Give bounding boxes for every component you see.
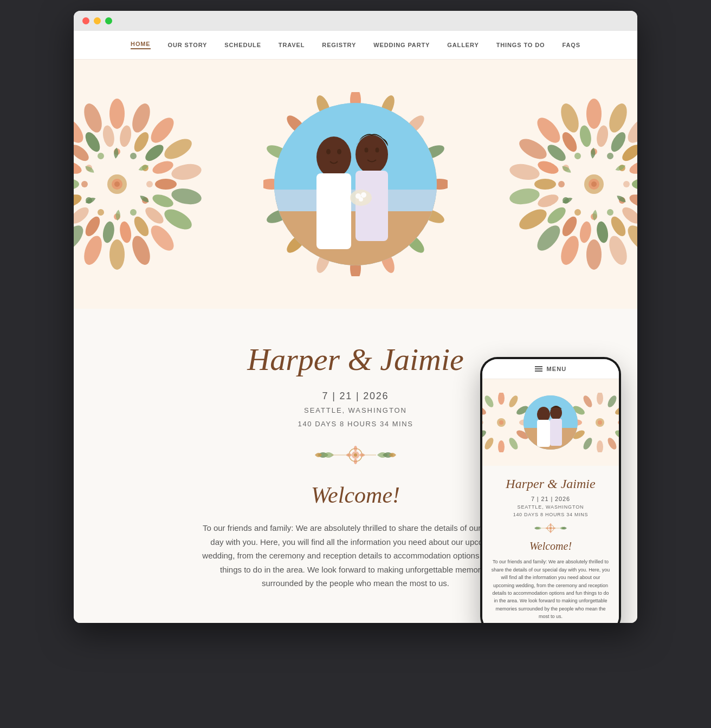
nav-wedding-party[interactable]: WEDDING PARTY: [373, 42, 430, 48]
svg-point-120: [632, 179, 637, 190]
svg-point-1: [129, 101, 153, 135]
svg-point-39: [146, 181, 153, 187]
mobile-screen: MENU: [482, 359, 619, 622]
svg-point-23: [151, 192, 174, 210]
svg-point-5: [170, 186, 203, 206]
maximize-button[interactable]: [105, 17, 112, 24]
svg-point-180: [614, 405, 619, 417]
menu-line: [535, 368, 542, 369]
mobile-welcome-title: Welcome!: [491, 540, 610, 552]
mobile-welcome-text: To our friends and family: We are absolu…: [491, 558, 610, 620]
svg-point-166: [482, 429, 487, 441]
svg-point-159: [507, 394, 519, 409]
svg-point-37: [129, 152, 138, 160]
welcome-text: To our friends and family: We are absolu…: [198, 521, 513, 590]
svg-point-50: [114, 181, 120, 187]
svg-point-165: [483, 437, 495, 451]
mobile-device: MENU: [480, 357, 621, 622]
mobile-hero: [482, 379, 619, 466]
nav-registry[interactable]: REGISTRY: [322, 42, 356, 48]
svg-point-148: [591, 181, 597, 187]
svg-point-181: [618, 419, 619, 426]
svg-point-43: [96, 208, 105, 217]
svg-point-130: [536, 159, 560, 176]
svg-point-47: [96, 152, 105, 160]
svg-point-21: [151, 159, 174, 176]
svg-point-8: [129, 233, 153, 267]
nav-travel[interactable]: TRAVEL: [279, 42, 305, 48]
hero-section: [74, 60, 637, 309]
svg-point-167: [482, 419, 483, 426]
hamburger-icon[interactable]: [535, 366, 542, 372]
svg-point-132: [559, 130, 579, 154]
svg-point-135: [606, 152, 615, 160]
svg-point-6: [161, 205, 195, 233]
svg-point-3: [161, 135, 195, 163]
svg-point-178: [597, 393, 603, 405]
svg-point-93: [376, 148, 379, 153]
nav-things-to-do[interactable]: THINGS TO DO: [496, 42, 545, 48]
svg-point-90: [355, 135, 388, 174]
ornament-divider: [312, 444, 399, 466]
svg-point-124: [595, 220, 610, 244]
svg-point-183: [606, 437, 618, 451]
svg-point-145: [573, 152, 582, 160]
svg-point-31: [74, 179, 79, 190]
svg-point-143: [558, 181, 565, 187]
nav-home[interactable]: HOME: [131, 41, 151, 49]
mobile-hero-photo: [523, 395, 578, 450]
svg-point-17: [81, 101, 105, 135]
svg-rect-87: [316, 173, 351, 249]
svg-point-191: [598, 420, 602, 425]
svg-point-96: [361, 192, 366, 198]
svg-point-163: [507, 437, 519, 451]
svg-point-97: [359, 197, 363, 202]
svg-point-0: [109, 99, 125, 129]
nav-faqs[interactable]: FAQS: [562, 42, 580, 48]
browser-window: HOME OUR STORY SCHEDULE TRAVEL REGISTRY …: [74, 11, 637, 623]
svg-point-107: [586, 239, 602, 270]
svg-point-110: [516, 205, 550, 233]
svg-point-137: [623, 181, 630, 187]
svg-point-123: [608, 214, 628, 239]
svg-point-117: [608, 130, 628, 154]
svg-point-108: [558, 233, 582, 267]
nav-schedule[interactable]: SCHEDULE: [224, 42, 261, 48]
main-content-wrapper: Harper & Jaimie 7 | 21 | 2026 SEATTLE, W…: [74, 309, 637, 623]
svg-point-18: [118, 125, 133, 148]
svg-point-115: [558, 101, 582, 135]
svg-point-174: [537, 407, 550, 422]
svg-point-114: [533, 114, 564, 147]
svg-point-151: [354, 453, 357, 457]
svg-point-179: [606, 394, 618, 409]
svg-point-112: [508, 162, 541, 182]
svg-point-128: [536, 192, 560, 210]
svg-point-169: [483, 394, 495, 409]
nav-gallery[interactable]: GALLERY: [447, 42, 479, 48]
mobile-ornament-divider: [532, 523, 570, 534]
svg-rect-91: [355, 171, 388, 241]
menu-line: [535, 366, 542, 367]
close-button[interactable]: [82, 17, 89, 24]
nav-our-story[interactable]: OUR STORY: [168, 42, 208, 48]
svg-point-92: [365, 148, 369, 153]
svg-point-185: [581, 437, 593, 451]
svg-point-24: [143, 204, 166, 226]
svg-point-41: [129, 208, 138, 217]
main-nav: HOME OUR STORY SCHEDULE TRAVEL REGISTRY …: [74, 31, 637, 60]
svg-point-26: [118, 220, 133, 244]
minimize-button[interactable]: [94, 17, 101, 24]
svg-point-195: [550, 523, 552, 526]
svg-point-30: [74, 192, 83, 210]
svg-point-32: [74, 159, 83, 176]
svg-point-88: [326, 149, 331, 154]
svg-point-106: [606, 233, 630, 267]
mobile-location: SEATTLE, WASHINGTON: [491, 504, 610, 510]
browser-chrome: [74, 11, 637, 31]
svg-point-89: [337, 149, 341, 154]
svg-point-111: [508, 186, 541, 206]
mobile-nav[interactable]: MENU: [482, 359, 619, 379]
svg-point-121: [628, 192, 637, 210]
svg-point-119: [628, 159, 637, 176]
mobile-countdown: 140 DAYS 8 HOURS 34 MINS: [491, 512, 610, 517]
